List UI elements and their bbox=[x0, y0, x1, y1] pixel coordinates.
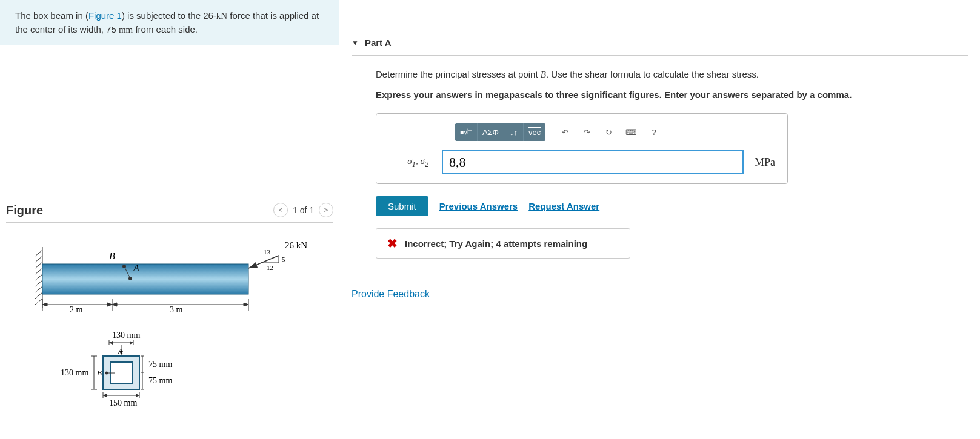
subscript-button[interactable]: ↓↑ bbox=[504, 123, 524, 141]
svg-text:75 mm: 75 mm bbox=[148, 360, 172, 369]
svg-line-6 bbox=[35, 280, 42, 286]
svg-marker-28 bbox=[244, 303, 248, 306]
svg-line-4 bbox=[35, 268, 42, 274]
undo-button[interactable]: ↶ bbox=[555, 123, 575, 141]
previous-answers-link[interactable]: Previous Answers bbox=[439, 201, 518, 211]
point-a-label: A bbox=[133, 263, 139, 273]
figure-next-button[interactable]: > bbox=[319, 203, 333, 217]
request-answer-link[interactable]: Request Answer bbox=[528, 201, 599, 211]
part-title: Part A bbox=[365, 38, 392, 48]
force-label: 26 kN bbox=[285, 241, 307, 250]
feedback-box: ✖ Incorrect; Try Again; 4 attempts remai… bbox=[376, 228, 630, 259]
svg-marker-34 bbox=[130, 341, 133, 345]
svg-text:130 mm: 130 mm bbox=[112, 331, 140, 340]
incorrect-icon: ✖ bbox=[387, 236, 398, 251]
svg-text:130 mm: 130 mm bbox=[61, 368, 88, 377]
svg-marker-27 bbox=[112, 303, 117, 306]
svg-line-2 bbox=[35, 256, 42, 262]
part-header[interactable]: ▼ Part A bbox=[352, 30, 968, 56]
answer-input[interactable] bbox=[442, 150, 744, 174]
svg-text:5: 5 bbox=[282, 256, 285, 263]
svg-marker-33 bbox=[109, 341, 113, 345]
point-b-label: B bbox=[109, 251, 115, 261]
svg-text:150 mm: 150 mm bbox=[109, 398, 137, 408]
problem-text: The box beam in ( bbox=[15, 10, 88, 21]
svg-marker-57 bbox=[103, 394, 107, 397]
figure-pager-text: 1 of 1 bbox=[293, 205, 314, 215]
figure-link[interactable]: Figure 1 bbox=[88, 10, 122, 21]
unit-label: MPa bbox=[755, 156, 775, 169]
help-button[interactable]: ? bbox=[644, 123, 664, 141]
figure-prev-button[interactable]: < bbox=[273, 203, 288, 217]
part-instruction: Determine the principal stresses at poin… bbox=[376, 68, 968, 81]
svg-line-1 bbox=[35, 250, 42, 256]
feedback-text: Incorrect; Try Again; 4 attempts remaini… bbox=[405, 239, 587, 249]
svg-line-8 bbox=[35, 292, 42, 299]
answer-box: ■√□ ΑΣΦ ↓↑ vec ↶ ↷ ↻ ⌨ ? σ1, σ2 = MPa bbox=[376, 113, 788, 184]
dim-2m: 2 m bbox=[70, 305, 83, 314]
part-instruction-bold: Express your answers in megapascals to t… bbox=[376, 88, 968, 101]
provide-feedback-link[interactable]: Provide Feedback bbox=[352, 289, 430, 300]
problem-statement: The box beam in (Figure 1) is subjected … bbox=[0, 0, 339, 45]
sigma-label: σ1, σ2 = bbox=[388, 156, 437, 169]
svg-text:13: 13 bbox=[264, 248, 271, 256]
svg-line-3 bbox=[35, 262, 42, 268]
templates-button[interactable]: ■√□ bbox=[455, 123, 478, 141]
svg-text:12: 12 bbox=[267, 264, 273, 271]
svg-marker-25 bbox=[42, 303, 47, 306]
svg-marker-58 bbox=[136, 394, 139, 397]
svg-line-9 bbox=[35, 299, 42, 305]
svg-line-5 bbox=[35, 274, 42, 280]
greek-button[interactable]: ΑΣΦ bbox=[478, 123, 504, 141]
svg-marker-14 bbox=[248, 262, 258, 268]
figure-title: Figure bbox=[6, 203, 43, 217]
keyboard-button[interactable]: ⌨ bbox=[621, 123, 642, 141]
collapse-icon: ▼ bbox=[352, 39, 359, 47]
equation-toolbar: ■√□ ΑΣΦ ↓↑ vec ↶ ↷ ↻ ⌨ ? bbox=[455, 123, 775, 141]
vec-button[interactable]: vec bbox=[524, 123, 545, 141]
svg-text:A: A bbox=[118, 347, 123, 355]
svg-rect-10 bbox=[42, 264, 248, 294]
svg-line-7 bbox=[35, 286, 42, 292]
svg-text:75 mm: 75 mm bbox=[148, 376, 172, 385]
submit-button[interactable]: Submit bbox=[376, 196, 428, 216]
figure-image: B A 26 kN 13 5 12 bbox=[6, 235, 333, 435]
redo-button[interactable]: ↷ bbox=[577, 123, 596, 141]
dim-3m: 3 m bbox=[170, 305, 183, 314]
reset-button[interactable]: ↻ bbox=[599, 123, 618, 141]
svg-text:B: B bbox=[97, 368, 102, 377]
